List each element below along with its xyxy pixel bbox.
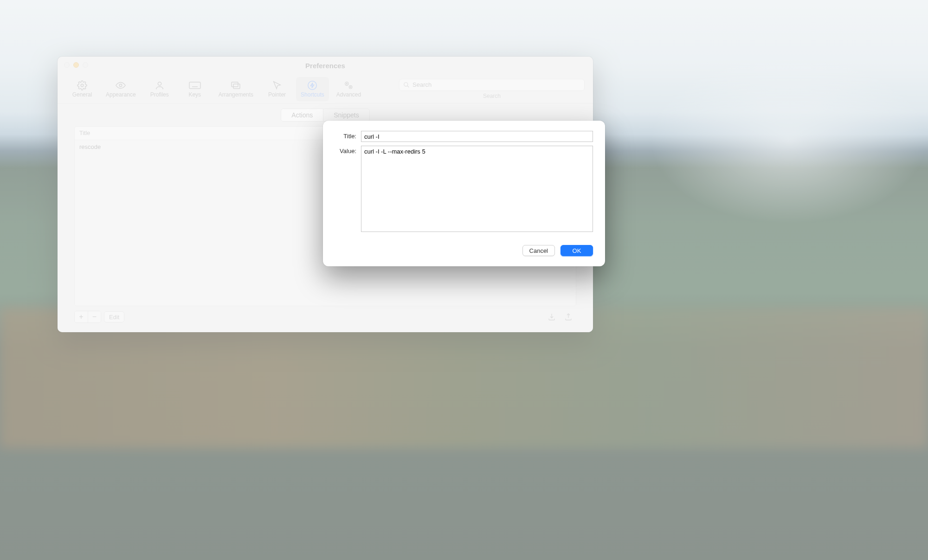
search-caption: Search (483, 93, 501, 99)
export-button[interactable] (564, 311, 576, 322)
svg-rect-10 (232, 82, 238, 87)
windows-icon (230, 80, 241, 90)
title-row: Title: (335, 131, 593, 142)
svg-point-17 (404, 82, 408, 86)
svg-point-16 (350, 86, 351, 87)
ok-button[interactable]: OK (561, 245, 593, 256)
gears-icon (343, 80, 354, 90)
toolbar-item-appearance[interactable]: Appearance (101, 77, 141, 101)
toolbar-item-advanced[interactable]: Advanced (332, 77, 366, 101)
svg-point-13 (345, 82, 348, 85)
person-icon (155, 80, 165, 90)
add-button[interactable]: + (75, 311, 88, 322)
cancel-button[interactable]: Cancel (522, 245, 555, 256)
search-input[interactable] (412, 81, 580, 88)
zoom-button[interactable] (83, 62, 88, 68)
table-footer: + − Edit (74, 306, 576, 323)
svg-rect-3 (189, 82, 200, 89)
svg-point-1 (120, 84, 122, 87)
traffic-lights (64, 62, 88, 68)
toolbar-label: Shortcuts (301, 91, 324, 98)
value-row: Value: (335, 146, 593, 232)
toolbar-label: Advanced (336, 91, 361, 98)
edit-snippet-modal: Title: Value: Cancel OK (323, 121, 605, 266)
window-title: Preferences (305, 62, 345, 70)
keyboard-icon (189, 80, 201, 90)
title-label: Title: (335, 131, 361, 142)
eye-icon (115, 80, 126, 90)
import-button[interactable] (548, 311, 560, 322)
toolbar-label: Arrangements (219, 91, 253, 98)
close-button[interactable] (64, 62, 70, 68)
tab-snippets[interactable]: Snippets (323, 109, 369, 121)
toolbar-item-general[interactable]: General (66, 77, 98, 101)
svg-line-18 (407, 85, 409, 87)
value-label: Value: (335, 146, 361, 232)
tab-actions[interactable]: Actions (281, 109, 323, 121)
bolt-circle-icon (307, 80, 317, 90)
svg-rect-11 (233, 84, 240, 89)
svg-point-2 (158, 82, 161, 85)
toolbar-label: Keys (188, 91, 201, 98)
toolbar-item-profiles[interactable]: Profiles (143, 77, 176, 101)
toolbar-label: Appearance (106, 91, 136, 98)
toolbar-label: General (72, 91, 92, 98)
search-icon (403, 82, 410, 88)
remove-button[interactable]: − (88, 311, 101, 322)
cursor-icon (272, 80, 282, 90)
toolbar-label: Pointer (268, 91, 286, 98)
toolbar-item-shortcuts[interactable]: Shortcuts (296, 77, 329, 101)
toolbar-item-arrangements[interactable]: Arrangements (214, 77, 258, 101)
toolbar-label: Profiles (150, 91, 169, 98)
preferences-toolbar: General Appearance Profiles Keys Arrange… (58, 74, 593, 104)
edit-button[interactable]: Edit (104, 311, 124, 322)
title-input[interactable] (361, 131, 593, 142)
toolbar-item-pointer[interactable]: Pointer (261, 77, 293, 101)
toolbar-search-wrap: Search (399, 79, 585, 99)
svg-point-14 (349, 85, 352, 88)
value-textarea[interactable] (361, 146, 593, 232)
gear-icon (77, 80, 87, 90)
titlebar: Preferences (58, 57, 593, 74)
subtabs: Actions Snippets (281, 109, 369, 122)
search-input-wrap[interactable] (399, 79, 585, 91)
add-remove-cluster: + − (74, 311, 101, 323)
svg-point-0 (81, 84, 84, 87)
modal-buttons: Cancel OK (335, 245, 593, 256)
toolbar-item-keys[interactable]: Keys (179, 77, 211, 101)
minimize-button[interactable] (73, 62, 79, 68)
svg-point-15 (347, 83, 348, 84)
svg-point-12 (308, 81, 316, 89)
